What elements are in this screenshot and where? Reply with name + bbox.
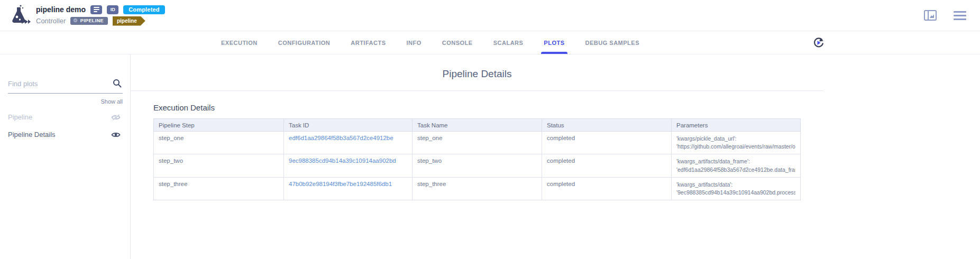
cell-status: completed xyxy=(542,132,672,154)
cell-task-name: step_one xyxy=(413,132,542,154)
menu-icon[interactable] xyxy=(954,11,966,20)
tab-console[interactable]: CONSOLE xyxy=(442,31,473,54)
experiment-title-block: pipeline demo ID Completed Controller ⚙ … xyxy=(36,5,165,26)
cell-task-name: step_two xyxy=(413,154,542,177)
tab-configuration[interactable]: CONFIGURATION xyxy=(278,31,331,54)
tab-plots[interactable]: PLOTS xyxy=(544,31,564,54)
description-icon[interactable] xyxy=(90,5,102,14)
col-task-name: Task Name xyxy=(413,119,542,132)
cell-status: completed xyxy=(542,177,672,200)
cell-step: step_three xyxy=(154,177,284,200)
controller-label: Controller xyxy=(36,17,66,25)
plot-item-pipeline-details[interactable]: Pipeline Details xyxy=(8,126,123,143)
tab-bar: EXECUTION CONFIGURATION ARTIFACTS INFO C… xyxy=(0,31,980,54)
col-status: Status xyxy=(542,119,672,132)
pipeline-details-card: Execution Details Pipeline Step Task ID … xyxy=(131,90,823,200)
tab-info[interactable]: INFO xyxy=(407,31,422,54)
cell-parameters: 'kwargs/pickle_data_url': 'https://githu… xyxy=(672,132,801,154)
task-id-link[interactable]: 9ec988385cd94b14a39c10914aa902bd xyxy=(289,158,396,164)
eye-off-icon[interactable] xyxy=(111,114,121,121)
tab-debug-samples[interactable]: DEBUG SAMPLES xyxy=(585,31,639,54)
experiment-title: pipeline demo xyxy=(36,5,86,14)
tab-execution[interactable]: EXECUTION xyxy=(221,31,258,54)
section-title: Execution Details xyxy=(153,103,823,112)
eye-icon[interactable] xyxy=(111,131,121,138)
id-badge[interactable]: ID xyxy=(107,5,118,14)
plots-sidebar: Show all Pipeline Pipeline Details xyxy=(0,54,131,259)
page-title: Pipeline Details xyxy=(131,68,823,80)
tab-scalars[interactable]: SCALARS xyxy=(493,31,524,54)
plot-list: Pipeline Pipeline Details xyxy=(8,108,123,143)
system-tag-pipeline: ⚙ PIPELINE xyxy=(70,17,108,25)
plots-panel: Pipeline Details Execution Details Pipel… xyxy=(131,54,980,259)
refresh-icon[interactable] xyxy=(813,37,825,49)
cell-step: step_one xyxy=(154,132,284,154)
clearml-logo-icon xyxy=(6,3,31,27)
col-parameters: Parameters xyxy=(672,119,801,132)
execution-details-table: Pipeline Step Task ID Task Name Status P… xyxy=(153,118,801,200)
cell-parameters: 'kwargs_artifacts/data': '9ec988385cd94b… xyxy=(672,177,801,200)
cell-parameters: 'kwargs_artifacts/data_frame': 'edf6d1aa… xyxy=(672,154,801,177)
search-icon xyxy=(113,79,122,88)
details-panel-icon[interactable] xyxy=(924,10,937,21)
col-pipeline-step: Pipeline Step xyxy=(154,119,284,132)
tab-artifacts[interactable]: ARTIFACTS xyxy=(351,31,386,54)
cell-status: completed xyxy=(542,154,672,177)
task-id-link[interactable]: edf6d1aa29864f58b3a567d2ce4912be xyxy=(289,135,393,141)
top-bar: pipeline demo ID Completed Controller ⚙ … xyxy=(0,0,980,31)
table-row: step_one edf6d1aa29864f58b3a567d2ce4912b… xyxy=(154,132,801,154)
table-row: step_two 9ec988385cd94b14a39c10914aa902b… xyxy=(154,154,801,177)
col-task-id: Task ID xyxy=(284,119,413,132)
show-all-link[interactable]: Show all xyxy=(8,98,123,105)
cell-task-name: step_three xyxy=(413,177,542,200)
user-tag-pipeline: pipeline xyxy=(113,16,145,26)
gear-icon: ⚙ xyxy=(73,18,78,23)
status-badge: Completed xyxy=(123,5,165,14)
cell-step: step_two xyxy=(154,154,284,177)
plot-item-pipeline[interactable]: Pipeline xyxy=(8,108,123,126)
search-input[interactable] xyxy=(8,80,108,88)
table-header-row: Pipeline Step Task ID Task Name Status P… xyxy=(154,119,801,132)
task-id-link[interactable]: 47b0b92e98194f3fbe7be192485f6db1 xyxy=(289,181,392,187)
table-row: step_three 47b0b92e98194f3fbe7be192485f6… xyxy=(154,177,801,200)
